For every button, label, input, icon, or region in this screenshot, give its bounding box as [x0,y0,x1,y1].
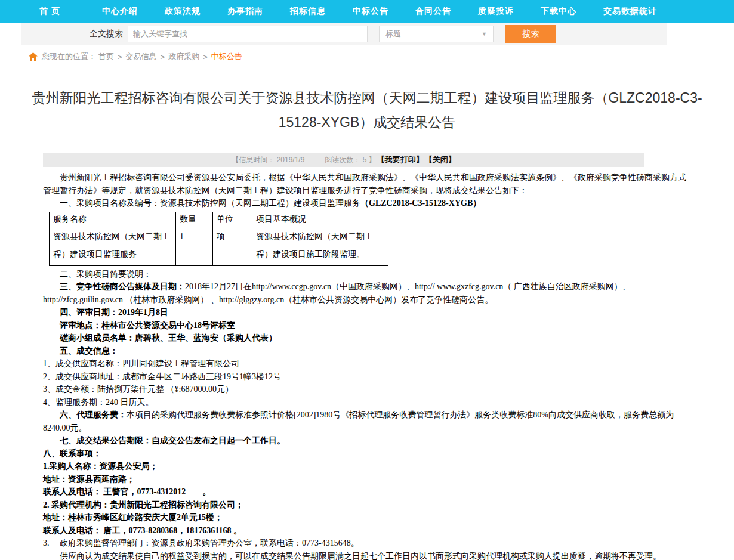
contact-purchaser-phone: 联系人及电话： 王警官，0773-4312012 。 [43,485,692,499]
page-title: 贵州新阳光工程招标咨询有限公司关于资源县技术防控网（天网二期工程）建设项目监理服… [30,86,704,135]
deal-amount: 3、成交金额：陆拾捌万柒仟元整 （¥:687000.00元） [43,383,692,396]
nav-item-downloads[interactable]: 下载中心 [541,6,603,17]
col-quantity: 数量 [176,212,213,227]
breadcrumb-separator: > [203,52,208,61]
deal-supplier-address: 2、成交供应商地址：成都市金牛区二环路西三段19号1幢3楼12号 [43,370,692,383]
section-7-notice-period: 七、成交结果公告期限：自成交公告发布之日起一个工作日。 [43,434,692,447]
contact-purchaser-name: 1.采购人名称：资源县公安局； [43,460,692,473]
search-field-select[interactable]: 标题 ▼ [379,26,494,42]
breadcrumb-trade-info[interactable]: 交易信息 [126,51,157,62]
main-nav: 首 页 中心介绍 政策法规 办事指南 招标信息 中标公告 合同公告 质疑投诉 下… [0,0,734,23]
read-count: 阅读次数： 5 】 [325,155,375,165]
cell-project-overview: 资源县技术防控网（天网二期工程）建设项目施工阶段监理。 [252,227,388,265]
breadcrumb-current-award-notice[interactable]: 中标公告 [211,51,242,62]
breadcrumb: 您现在的位置： 首页 > 交易信息 > 政府采购 > 中标公告 [29,51,734,62]
deal-service-period: 4、监理服务期：240 日历天。 [43,396,692,409]
nav-item-trade-statistics[interactable]: 交易数据统计 [603,6,666,17]
breadcrumb-gov-procurement[interactable]: 政府采购 [168,51,199,62]
purchaser-name-underlined: 资源县公安局 [193,173,243,182]
article-meta-bar: 【信息时间： 2019/1/9 阅读次数： 5 】 【我要打印】 【关闭】 [43,153,644,167]
intro-text: 贵州新阳光工程招标咨询有限公司受 [60,173,193,182]
contact-supervision-dept: 3. 政府采购监督管理部门：资源县政府采购管理办公室，联系电话：0773-431… [43,537,692,550]
section-4-review-date: 四、评审日期：2019年1月8日 [43,306,692,319]
contact-purchaser-address: 地址：资源县西延南路； [43,473,692,486]
section-1-text: 一、采购项目名称及编号：资源县技术防控网（天网二期工程）建设项目监理服务 [60,199,360,208]
project-code: （GLZC2018-C3-15128-XYGB） [360,199,481,208]
section-6-heading: 六、代理服务费： [60,410,127,419]
nav-item-tender-info[interactable]: 招标信息 [290,6,353,17]
table-header-row: 服务名称 数量 单位 项目基本概况 [50,212,388,227]
intro-paragraph: 贵州新阳光工程招标咨询有限公司受资源县公安局委托，根据《中华人民共和国政府采购法… [43,171,692,197]
nav-item-award-notice[interactable]: 中标公告 [353,6,415,17]
intro-text: 进行了竞争性磋商采购，现将成交结果公告如下： [344,186,528,195]
panel-members: 磋商小组成员名单：唐碧秋、王华、蓝海安（采购人代表） [43,332,692,345]
contact-agency-phone: 联系人及电话： 唐工，0773-8280368，18176361168 。 [43,524,692,537]
home-icon [29,52,38,61]
contact-agency-name: 2. 采购代理机构：贵州新阳光工程招标咨询有限公司； [43,499,692,512]
contact-agency-address: 地址：桂林市秀峰区红岭路安庆大厦2单元15楼； [43,511,692,524]
cell-service-name: 资源县技术防控网（天网二期工程）建设项目监理服务 [50,227,176,265]
nav-item-policies[interactable]: 政策法规 [165,6,227,17]
project-name-underlined: 资源县技术防控网（天网二期工程）建设项目监理服务 [143,186,344,195]
section-3-media-dates: 三、竞争性磋商公告媒体及日期：2018年12月27日在http://www.cc… [43,280,692,306]
section-6-agency-fee: 六、代理服务费：本项目的采购代理服务费收费标准参照计价格[2002]1980号《… [43,409,692,434]
section-8-contacts: 八、联系事项： [43,447,692,460]
nav-item-complaints[interactable]: 质疑投诉 [478,6,541,17]
nav-item-home[interactable]: 首 页 [39,6,102,17]
cell-quantity: 1 [176,227,213,265]
nav-item-center-intro[interactable]: 中心介绍 [102,6,165,17]
section-6-text: 本项目的采购代理服务费收费标准参照计价格[2002]1980号《招标代理服务收费… [43,410,674,432]
search-button[interactable]: 搜索 [505,25,556,43]
article-body: 贵州新阳光工程招标咨询有限公司受资源县公安局委托，根据《中华人民共和国政府采购法… [43,171,692,560]
breadcrumb-prefix: 您现在的位置： [42,51,96,62]
cell-unit: 项 [213,227,252,265]
search-input[interactable] [128,26,368,42]
section-5-deal-info: 五、成交信息： [43,345,692,358]
col-project-overview: 项目基本概况 [252,212,388,227]
print-button[interactable]: 【我要打印】 [377,154,424,165]
info-time: 【信息时间： 2019/1/9 [232,155,304,165]
col-unit: 单位 [213,212,252,227]
section-2-brief: 二、采购项目简要说明： [43,268,692,281]
search-field-selected-value: 标题 [385,29,401,39]
breadcrumb-separator: > [118,52,122,61]
deal-supplier-name: 1、成交供应商名称：四川同创建设工程管理有限公司 [43,357,692,370]
section-3-heading: 三、竞争性磋商公告媒体及日期： [60,282,185,291]
breadcrumb-separator: > [161,52,165,61]
search-bar: 全文搜索 标题 ▼ 搜索 [21,23,667,45]
breadcrumb-home[interactable]: 首页 [98,51,114,62]
project-info-table: 服务名称 数量 单位 项目基本概况 资源县技术防控网（天网二期工程）建设项目监理… [49,212,388,266]
col-service-name: 服务名称 [50,212,176,227]
table-row: 资源县技术防控网（天网二期工程）建设项目监理服务 1 项 资源县技术防控网（天网… [50,227,388,265]
nav-item-contract-notice[interactable]: 合同公告 [415,6,478,17]
nav-item-guide[interactable]: 办事指南 [227,6,290,17]
review-place: 评审地点：桂林市公共资源交易中心18号评标室 [43,319,692,332]
section-1-project-name: 一、采购项目名称及编号：资源县技术防控网（天网二期工程）建设项目监理服务（GLZ… [43,197,692,210]
objection-paragraph: 供应商认为成交结果使自己的权益受到损害的，可以在成交结果公告期限届满之日起七个工… [43,550,692,560]
chevron-down-icon: ▼ [482,31,487,37]
search-scope-label: 全文搜索 [90,29,123,39]
close-button[interactable]: 【关闭】 [425,154,456,165]
